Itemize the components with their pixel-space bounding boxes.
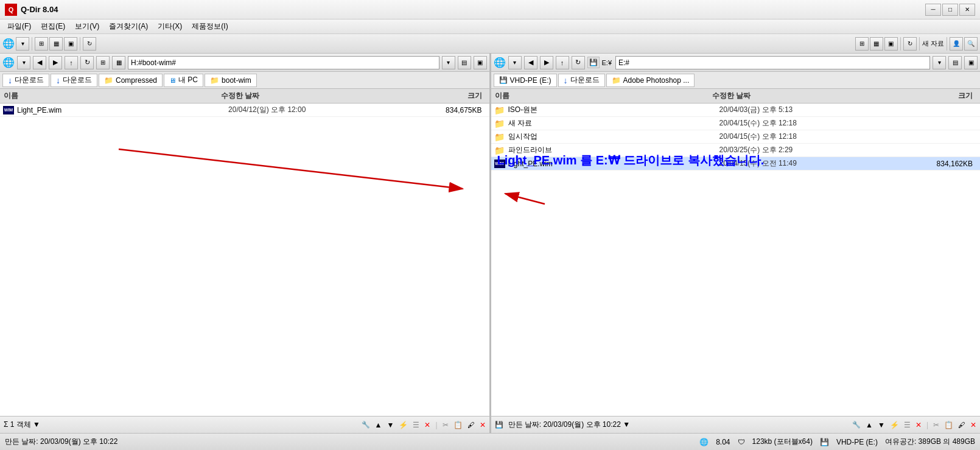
bottom-freespace: 여유공간: 389GB 의 489GB [885, 437, 975, 447]
toolbar-zoom[interactable]: 🔍 [964, 37, 978, 51]
refresh-btn[interactable]: ↻ [83, 37, 96, 51]
right-file-item-2[interactable]: 📁 임시작업 20/04/15(수) 오후 12:18 [491, 130, 981, 144]
toolbar-icon-user[interactable]: 👤 [950, 37, 963, 51]
left-breadcrumb-bootwim[interactable]: 📁 boot-wim [205, 74, 257, 87]
right-refresh-btn[interactable]: ↻ [572, 56, 585, 69]
left-status-text[interactable]: Σ 1 객체 ▼ [4, 420, 40, 430]
global-setting-2[interactable]: ▦ [870, 37, 883, 51]
left-breadcrumb-download1[interactable]: ↓ 다운로드 [2, 74, 49, 87]
right-up-btn[interactable]: ↑ [556, 56, 569, 69]
right-status-icon-8[interactable]: 📋 [944, 421, 953, 429]
left-status-icon-10[interactable]: ✕ [480, 421, 486, 429]
right-folder-icon-1: 📁 [494, 119, 506, 128]
left-status-icon-3[interactable]: ▼ [387, 421, 394, 429]
right-breadcrumb-download[interactable]: ↓ 다운로드 [558, 74, 605, 87]
left-status-icon-9[interactable]: 🖋 [467, 421, 475, 429]
window-controls: ─ □ ✕ [925, 4, 975, 16]
menu-favorites[interactable]: 즐겨찾기(A) [104, 20, 153, 33]
right-status-text[interactable]: 만든 날짜: 20/03/09(월) 오후 10:22 ▼ [508, 420, 631, 430]
right-col-date[interactable]: 수정한 날짜 [712, 91, 886, 101]
right-status-icon-6[interactable]: ✕ [915, 421, 922, 429]
right-status-icon-4[interactable]: ⚡ [890, 421, 899, 429]
left-col-size[interactable]: 크기 [395, 91, 487, 101]
menu-file[interactable]: 파일(F) [2, 20, 36, 33]
right-status-icon-3[interactable]: ▼ [878, 421, 885, 429]
right-file-date-0: 20/04/03(금) 오후 5:13 [719, 105, 889, 115]
left-col-date[interactable]: 수정한 날짜 [221, 91, 395, 101]
right-back-btn[interactable]: ◀ [524, 56, 537, 69]
right-path-dropdown[interactable]: ▾ [933, 56, 946, 69]
left-grid-2[interactable]: ▦ [112, 56, 125, 69]
right-path-input[interactable] [615, 56, 930, 69]
menu-product-info[interactable]: 제품정보(I) [187, 20, 233, 33]
right-view-btn-2[interactable]: ▣ [964, 56, 978, 69]
left-file-item-0[interactable]: WIM Light_PE.wim 20/04/12(일) 오후 12:00 83… [0, 104, 489, 117]
right-status-icon-7[interactable]: ✂ [933, 421, 939, 429]
right-breadcrumb-photoshop[interactable]: 📁 Adobe Photoshop ... [606, 74, 695, 87]
download1-icon: ↓ [8, 76, 12, 85]
right-file-header: 이름 수정한 날짜 크기 [491, 89, 981, 104]
bottom-globe-icon: 🌐 [699, 438, 709, 446]
right-status-icon-9[interactable]: 🖋 [958, 421, 965, 429]
view-grid-3[interactable]: ▣ [64, 37, 77, 51]
toolbar-label-newitem: 새 자료 [922, 39, 944, 48]
right-col-size[interactable]: 크기 [886, 91, 978, 101]
right-file-item-1[interactable]: 📁 새 자료 20/04/15(수) 오후 12:18 [491, 117, 981, 130]
left-status-icon-1[interactable]: 🔧 [362, 421, 370, 429]
left-file-header: 이름 수정한 날짜 크기 [0, 89, 489, 104]
right-col-name[interactable]: 이름 [494, 91, 712, 101]
bottom-version: 8.04 [716, 438, 730, 446]
minimize-button[interactable]: ─ [925, 4, 941, 16]
left-globe-dropdown[interactable]: ▾ [17, 56, 30, 69]
left-up-btn[interactable]: ↑ [65, 56, 78, 69]
left-path-dropdown[interactable]: ▾ [442, 56, 455, 69]
left-status-icon-5[interactable]: ☰ [413, 421, 419, 429]
compressed-folder-icon: 📁 [104, 76, 113, 85]
left-status-icon-7[interactable]: ✂ [443, 421, 449, 429]
right-breadcrumb-drive[interactable]: 💾 VHD-PE (E:) [494, 74, 557, 87]
left-status-icon-2[interactable]: ▲ [375, 421, 382, 429]
left-status-icon-8[interactable]: 📋 [453, 421, 463, 429]
menu-edit[interactable]: 편집(E) [36, 20, 70, 33]
left-status-icon-4[interactable]: ⚡ [399, 421, 408, 429]
download2-icon: ↓ [56, 76, 60, 85]
global-setting-1[interactable]: ⊞ [855, 37, 869, 51]
left-back-btn[interactable]: ◀ [33, 56, 46, 69]
global-setting-3[interactable]: ▣ [884, 37, 898, 51]
left-forward-btn[interactable]: ▶ [49, 56, 62, 69]
right-status-icon-2[interactable]: ▲ [866, 421, 873, 429]
right-file-name-2: 임시작업 [508, 132, 719, 142]
left-path-input[interactable] [128, 56, 439, 69]
menu-view[interactable]: 보기(V) [70, 20, 104, 33]
bottom-drive: VHD-PE (E:) [836, 438, 878, 446]
left-status-icon-6[interactable]: ✕ [424, 421, 430, 429]
right-globe-dropdown[interactable]: ▾ [508, 56, 522, 69]
left-file-icon-0: WIM [2, 105, 15, 115]
right-view-btn-1[interactable]: ▤ [948, 56, 962, 69]
left-breadcrumb-download2[interactable]: ↓ 다운로드 [51, 74, 97, 87]
left-breadcrumb-compressed[interactable]: 📁 Compressed [99, 74, 163, 87]
left-refresh-btn[interactable]: ↻ [80, 56, 94, 69]
maximize-button[interactable]: □ [942, 4, 958, 16]
left-view-btn-1[interactable]: ▤ [458, 56, 471, 69]
right-file-item-0[interactable]: 📁 ISO-원본 20/04/03(금) 오후 5:13 [491, 104, 981, 117]
left-grid-1[interactable]: ⊞ [96, 56, 110, 69]
right-status-icon-10[interactable]: ✕ [970, 421, 976, 429]
bottom-date: 만든 날짜: 20/03/09(월) 오후 10:22 [5, 437, 117, 447]
global-refresh[interactable]: ↻ [903, 37, 917, 51]
bottom-size: 123kb (포터블x64) [752, 437, 813, 447]
right-status-icon-5[interactable]: ☰ [904, 421, 911, 429]
left-file-name-0: Light_PE.wim [17, 106, 228, 114]
right-status-icon-1[interactable]: 🔧 [852, 421, 861, 429]
menu-extra[interactable]: 기타(X) [153, 20, 187, 33]
left-col-name[interactable]: 이름 [2, 91, 221, 101]
globe-dropdown[interactable]: ▾ [16, 37, 29, 51]
close-button[interactable]: ✕ [959, 4, 975, 16]
view-grid-2[interactable]: ▦ [49, 37, 63, 51]
right-forward-btn[interactable]: ▶ [540, 56, 553, 69]
view-grid-1[interactable]: ⊞ [35, 37, 48, 51]
left-view-btn-2[interactable]: ▣ [474, 56, 487, 69]
left-breadcrumb-mypc[interactable]: 🖥 내 PC [164, 74, 203, 87]
right-file-name-1: 새 자료 [508, 118, 719, 128]
right-pane: 🌐 ▾ ◀ ▶ ↑ ↻ 💾 E:¥ ▾ ▤ ▣ 💾 VHD-PE (E:) ↓ … [491, 54, 981, 433]
